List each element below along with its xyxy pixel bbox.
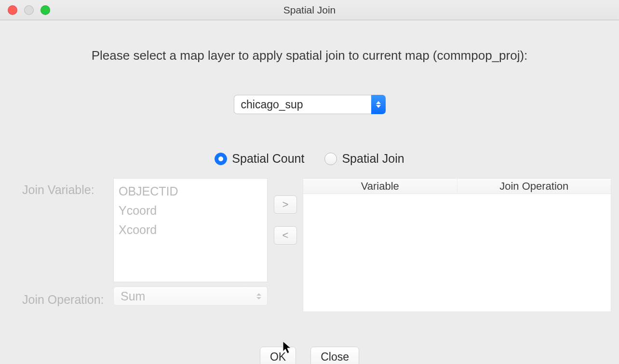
operation-select: Sum xyxy=(113,286,268,306)
remove-variable-button[interactable]: < xyxy=(274,226,297,245)
add-variable-button[interactable]: > xyxy=(274,195,297,214)
radio-indicator-icon xyxy=(215,153,227,165)
variable-listbox: OBJECTID Ycoord Xcoord xyxy=(113,178,268,282)
layer-select[interactable]: chicago_sup xyxy=(234,95,386,114)
dropdown-chevrons-icon xyxy=(256,293,261,299)
radio-spatial-join[interactable]: Spatial Join xyxy=(324,152,404,166)
close-button[interactable]: Close xyxy=(310,347,359,364)
operation-select-value: Sum xyxy=(121,289,145,303)
radio-spatial-count-label: Spatial Count xyxy=(232,152,304,166)
radio-indicator-icon xyxy=(324,153,337,165)
column-header-operation[interactable]: Join Operation xyxy=(458,179,611,194)
radio-spatial-join-label: Spatial Join xyxy=(342,152,404,166)
instruction-text: Please select a map layer to apply spati… xyxy=(22,48,597,63)
titlebar: Spatial Join xyxy=(0,0,619,20)
list-item: OBJECTID xyxy=(119,182,262,201)
ok-button[interactable]: OK xyxy=(260,347,296,364)
radio-spatial-count[interactable]: Spatial Count xyxy=(215,152,304,166)
list-item: Xcoord xyxy=(119,220,262,239)
layer-select-value: chicago_sup xyxy=(234,95,371,114)
join-operation-label: Join Operation: xyxy=(22,293,104,307)
dropdown-chevrons-icon[interactable] xyxy=(371,95,386,114)
window-title: Spatial Join xyxy=(0,4,619,16)
column-header-variable[interactable]: Variable xyxy=(303,179,458,194)
join-variable-label: Join Variable: xyxy=(22,183,94,197)
result-table: Variable Join Operation xyxy=(303,178,611,312)
list-item: Ycoord xyxy=(119,201,262,220)
